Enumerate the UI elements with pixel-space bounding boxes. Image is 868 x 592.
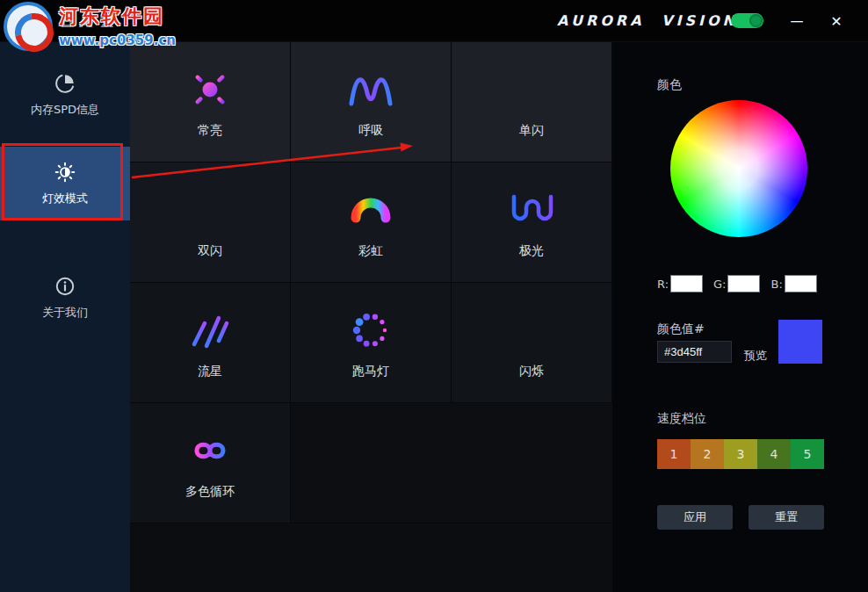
blue-label: B: [770, 278, 782, 291]
sidebar-item-spd-info[interactable]: 内存SPD信息 [0, 64, 130, 126]
sidebar-item-about[interactable]: 关于我们 [0, 267, 130, 328]
color-section-label: 颜色 [657, 77, 682, 93]
speed-section-label: 速度档位 [657, 411, 706, 427]
sun-icon [185, 65, 235, 114]
preview-label: 预览 [744, 348, 767, 364]
minimize-button[interactable]: — [785, 10, 808, 32]
mode-label: 闪烁 [519, 364, 544, 379]
hex-color-input[interactable] [657, 341, 732, 363]
mode-label: 多色循环 [185, 484, 235, 500]
equalizer-bars-icon [185, 185, 235, 235]
sidebar-item-label: 灯效模式 [42, 191, 88, 206]
mode-tile-breathing[interactable]: 呼吸 [291, 42, 452, 162]
aurora-wave-icon [507, 185, 556, 235]
mode-label: 双闪 [198, 243, 222, 259]
rainbow-arc-icon [346, 185, 395, 235]
mode-label: 呼吸 [358, 123, 383, 139]
speed-button-2[interactable]: 2 [691, 439, 724, 469]
empty-grid-cell [452, 403, 612, 523]
mode-grid: 常亮 呼吸 [130, 42, 612, 592]
speed-button-5[interactable]: 5 [791, 439, 824, 469]
mode-tile-rainbow[interactable]: 彩虹 [291, 162, 452, 283]
info-icon [54, 275, 76, 298]
mode-label: 极光 [519, 243, 544, 259]
empty-grid-cell [291, 403, 452, 523]
mode-label: 流星 [198, 364, 222, 379]
hex-value-label: 颜色值# [657, 321, 705, 337]
toggle-knob-icon [749, 14, 763, 27]
green-input[interactable] [727, 275, 760, 292]
speed-button-1[interactable]: 1 [657, 439, 691, 469]
infinity-icon [185, 426, 235, 475]
mode-tile-aurora[interactable]: 极光 [452, 162, 612, 283]
pie-chart-icon [54, 72, 76, 95]
mode-label: 单闪 [519, 123, 544, 139]
green-label: G: [713, 278, 726, 291]
blue-input[interactable] [785, 275, 817, 292]
mode-tile-marquee[interactable]: 跑马灯 [291, 283, 452, 403]
red-input[interactable] [670, 275, 703, 292]
mode-label: 跑马灯 [352, 364, 389, 379]
power-toggle[interactable] [731, 13, 763, 28]
mode-tile-steady[interactable]: 常亮 [130, 42, 291, 162]
mode-tiles: 常亮 呼吸 [130, 42, 612, 523]
reset-button[interactable]: 重置 [749, 505, 824, 530]
mode-tile-flicker[interactable]: 闪烁 [452, 283, 612, 403]
equalizer-bars-icon [507, 65, 556, 114]
brand-title: AURORA VISION [557, 12, 738, 29]
settings-panel: 颜色 R: G: B: 颜色值# 预览 速度档位 1 2 3 4 5 应用 重置 [612, 42, 868, 592]
color-preview-swatch [778, 320, 822, 364]
mode-label: 彩虹 [358, 243, 383, 259]
galax-logo: GALAX [16, 11, 122, 32]
speed-button-3[interactable]: 3 [724, 439, 757, 469]
mode-tile-meteor[interactable]: 流星 [130, 283, 291, 403]
wave-m-icon [346, 65, 395, 114]
sidebar-item-label: 关于我们 [42, 305, 88, 321]
app-window: GALAX AURORA VISION — ✕ 内存SPD信息 [0, 0, 868, 592]
sidebar: 内存SPD信息 灯效模式 [0, 42, 130, 592]
speed-selector: 1 2 3 4 5 [657, 439, 824, 469]
meteor-streaks-icon [185, 306, 235, 355]
rgb-inputs: R: G: B: [657, 275, 828, 292]
brightness-icon [54, 161, 76, 184]
mode-label: 常亮 [198, 123, 222, 139]
color-wheel[interactable] [670, 100, 807, 237]
apply-button[interactable]: 应用 [657, 505, 733, 530]
mode-tile-single-flash[interactable]: 单闪 [452, 42, 612, 162]
sidebar-item-light-mode[interactable]: 灯效模式 [0, 147, 130, 220]
red-label: R: [657, 278, 669, 291]
equalizer-bars-icon [507, 306, 556, 355]
speed-button-4[interactable]: 4 [757, 439, 791, 469]
close-button[interactable]: ✕ [825, 10, 848, 32]
mode-tile-double-flash[interactable]: 双闪 [130, 162, 291, 283]
dot-circle-icon [346, 306, 395, 355]
titlebar: GALAX AURORA VISION — ✕ [0, 0, 868, 42]
sidebar-item-label: 内存SPD信息 [31, 102, 99, 118]
mode-tile-color-cycle[interactable]: 多色循环 [130, 403, 291, 523]
